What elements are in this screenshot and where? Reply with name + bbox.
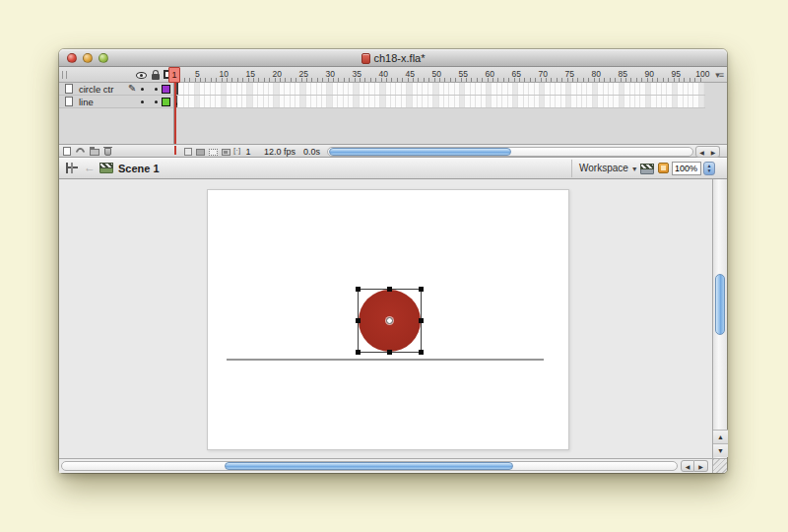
onion-skin-button[interactable] — [196, 149, 205, 156]
insert-layer-button[interactable] — [63, 147, 71, 156]
delete-layer-button[interactable] — [104, 148, 111, 156]
layer-page-icon — [65, 97, 73, 106]
active-layer-pencil-icon: ✎ — [128, 83, 136, 94]
selection-handle[interactable] — [419, 350, 424, 355]
horizontal-scrollbar-thumb[interactable] — [225, 462, 513, 470]
add-motion-guide-button[interactable] — [74, 146, 87, 159]
timeline-empty-area — [59, 108, 727, 144]
zoom-stepper[interactable]: ▲▼ — [703, 162, 715, 175]
layer-lock-dot[interactable] — [155, 88, 158, 91]
layer-frames-row[interactable] — [173, 96, 705, 108]
selection-handle[interactable] — [356, 350, 361, 355]
layer-name-panel: circle ctr✎line — [59, 83, 173, 108]
horizontal-scrollbar[interactable]: ◀ ▶ — [59, 458, 712, 473]
back-arrow-icon[interactable]: ← — [84, 161, 96, 174]
frame-cell[interactable] — [699, 96, 704, 107]
registration-point[interactable] — [386, 317, 393, 324]
workspace-dropdown[interactable]: Workspace ▼ — [579, 163, 638, 173]
frame-rate-indicator[interactable]: 12.0 fps — [264, 147, 296, 157]
pasteboard[interactable] — [59, 179, 712, 458]
frames-grid — [173, 83, 705, 108]
selection-handle[interactable] — [419, 287, 424, 292]
selection-handle[interactable] — [419, 318, 424, 323]
timeline-status-bar: [·] 1 12.0 fps 0.0s ◀ ▶ — [59, 144, 727, 158]
playhead-marker[interactable]: 1 — [168, 67, 180, 83]
layer-row-circle-ctr[interactable]: circle ctr✎ — [59, 83, 173, 96]
layer-lock-dot[interactable] — [155, 100, 158, 103]
title-bar[interactable]: ch18-x.fla* — [59, 49, 727, 67]
current-frame-indicator: 1 — [242, 147, 254, 157]
modify-onion-markers-button[interactable]: [·] — [233, 146, 240, 155]
scene-clapperboard-icon — [99, 163, 113, 173]
onion-skin-outlines-button[interactable] — [209, 149, 218, 156]
timeline-scrollbar-thumb[interactable] — [329, 148, 511, 156]
window-title: ch18-x.fla* — [374, 52, 426, 64]
flash-document-icon — [361, 53, 370, 64]
scroll-right-arrow[interactable]: ▶ — [694, 460, 708, 472]
zoom-level-input[interactable] — [672, 162, 701, 175]
window-resize-grip[interactable] — [712, 458, 727, 473]
scroll-up-arrow[interactable]: ▲ — [713, 430, 728, 443]
vertical-scrollbar-thumb[interactable] — [715, 274, 725, 335]
layer-name-label[interactable]: circle ctr — [79, 84, 113, 95]
timeline-panel-menu-icon[interactable]: ▾≡ — [715, 70, 723, 80]
timeline-toggle-icon[interactable] — [66, 163, 78, 173]
frame-cell[interactable] — [699, 83, 704, 95]
layer-name-label[interactable]: line — [79, 97, 94, 107]
chevron-down-icon: ▼ — [631, 166, 638, 172]
layer-visibility-dot[interactable] — [141, 88, 144, 91]
selection-handle[interactable] — [356, 287, 361, 292]
layer-visibility-dot[interactable] — [141, 100, 144, 103]
edit-symbols-button[interactable] — [658, 163, 669, 173]
desktop: { "window": { "title": "ch18-x.fla*" }, … — [0, 0, 788, 532]
playhead-bottom-tick — [174, 146, 176, 155]
edit-scene-button[interactable] — [640, 164, 654, 174]
show-hide-all-layers-icon[interactable] — [136, 72, 147, 79]
layer-row-line[interactable]: line — [59, 96, 173, 108]
elapsed-time-indicator: 0.0s — [303, 147, 320, 157]
scroll-left-arrow[interactable]: ◀ — [681, 460, 694, 472]
drawn-line-shape[interactable] — [227, 359, 544, 361]
insert-layer-folder-button[interactable] — [90, 149, 99, 156]
center-frame-button[interactable] — [184, 148, 192, 156]
horizontal-scrollbar-track[interactable] — [61, 461, 678, 471]
vertical-scrollbar[interactable]: ▲ ▼ — [712, 179, 727, 458]
frame-ruler-ticks — [173, 78, 705, 82]
stepper-down-icon[interactable]: ▼ — [707, 168, 712, 173]
layer-page-icon — [65, 84, 73, 94]
flash-app-window: ch18-x.fla* ▾≡ 5101520253035404550556065… — [59, 49, 727, 473]
layer-frames-row[interactable] — [173, 83, 705, 96]
edit-bar: ← Scene 1 Workspace ▼ ▲▼ — [59, 158, 727, 179]
lock-all-layers-icon[interactable] — [152, 74, 160, 80]
edit-bar-divider — [571, 160, 572, 177]
title-group: ch18-x.fla* — [59, 49, 727, 67]
layer-outline-color-swatch[interactable] — [162, 85, 170, 94]
scroll-down-arrow[interactable]: ▼ — [713, 443, 728, 457]
selection-handle[interactable] — [387, 287, 392, 292]
edit-multiple-frames-button[interactable] — [222, 149, 230, 156]
timeline-scroll-right-arrow[interactable]: ▶ — [707, 146, 720, 158]
playhead-line[interactable] — [174, 83, 176, 144]
layer-outline-color-swatch[interactable] — [162, 98, 170, 106]
panel-grip-icon[interactable] — [62, 71, 67, 79]
selection-handle[interactable] — [356, 318, 361, 323]
scene-label[interactable]: Scene 1 — [118, 163, 160, 174]
timeline-scrollbar-track[interactable] — [327, 147, 693, 157]
selection-handle[interactable] — [387, 350, 392, 355]
